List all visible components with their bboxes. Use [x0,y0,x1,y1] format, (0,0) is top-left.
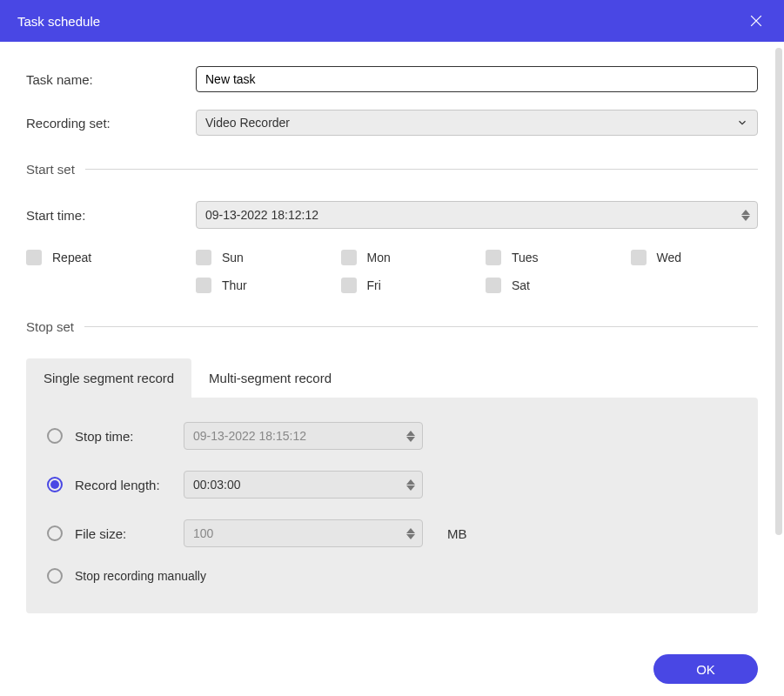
titlebar: Task schedule [0,0,784,42]
record-length-input[interactable]: 00:03:00 [184,471,423,499]
start-time-value: 09-13-2022 18:12:12 [205,208,318,222]
manual-stop-radio[interactable] [47,568,63,584]
repeat-label: Repeat [52,251,91,264]
recording-set-label: Recording set: [26,116,196,130]
scrollbar[interactable] [775,48,782,535]
manual-stop-label: Stop recording manually [75,569,206,583]
record-length-value: 00:03:00 [193,478,241,492]
day-tues-label: Tues [512,251,539,264]
day-wed-checkbox[interactable] [631,250,647,265]
stop-time-value: 09-13-2022 18:15:12 [193,429,306,443]
file-size-label: File size: [75,526,184,541]
file-size-value: 100 [193,526,213,540]
spinner-up-icon[interactable] [406,431,415,436]
content-area: Task name: Recording set: Video Recorder… [0,42,784,633]
divider [84,326,758,327]
file-size-radio[interactable] [47,525,63,541]
spinner-down-icon[interactable] [406,485,415,491]
file-size-input[interactable]: 100 [184,519,423,547]
recording-set-select[interactable]: Video Recorder [196,110,758,136]
tab-multi-segment[interactable]: Multi-segment record [191,358,349,398]
close-icon[interactable] [746,10,767,31]
day-sat-label: Sat [512,278,530,292]
stop-time-radio[interactable] [47,428,63,444]
day-thur-label: Thur [222,278,247,292]
record-length-label: Record length: [75,478,184,492]
spinner-down-icon[interactable] [406,534,415,539]
day-mon-label: Mon [367,251,391,264]
stop-time-label: Stop time: [75,429,184,444]
file-size-unit: MB [447,526,467,541]
day-sun-checkbox[interactable] [196,250,211,265]
day-mon-checkbox[interactable] [341,250,357,265]
spinner-down-icon[interactable] [741,216,750,221]
day-fri-checkbox[interactable] [341,278,357,293]
spinner-down-icon[interactable] [406,437,415,442]
spinner-up-icon[interactable] [406,479,415,485]
repeat-checkbox[interactable] [26,250,42,265]
start-time-label: Start time: [26,208,196,223]
day-tues-checkbox[interactable] [486,250,501,265]
day-sun-label: Sun [222,251,244,264]
spinner-up-icon[interactable] [741,210,750,215]
divider [85,169,758,170]
record-length-radio[interactable] [47,477,63,492]
day-thur-checkbox[interactable] [196,278,211,293]
tab-panel-single: Stop time: 09-13-2022 18:15:12 Record le… [26,398,758,613]
chevron-down-icon [736,117,748,129]
spinner-up-icon[interactable] [406,528,415,533]
window-title: Task schedule [17,14,100,29]
start-set-heading: Start set [26,162,75,177]
ok-button[interactable]: OK [653,654,758,684]
recording-set-value: Video Recorder [205,116,290,130]
tab-single-segment[interactable]: Single segment record [26,358,191,398]
day-sat-checkbox[interactable] [486,278,501,293]
task-name-label: Task name: [26,72,196,87]
day-wed-label: Wed [657,251,682,264]
stop-set-heading: Stop set [26,319,74,334]
stop-time-input[interactable]: 09-13-2022 18:15:12 [184,422,423,450]
footer: OK [0,642,784,696]
task-name-input[interactable] [196,66,758,92]
start-time-input[interactable]: 09-13-2022 18:12:12 [196,201,758,229]
day-fri-label: Fri [367,278,381,292]
